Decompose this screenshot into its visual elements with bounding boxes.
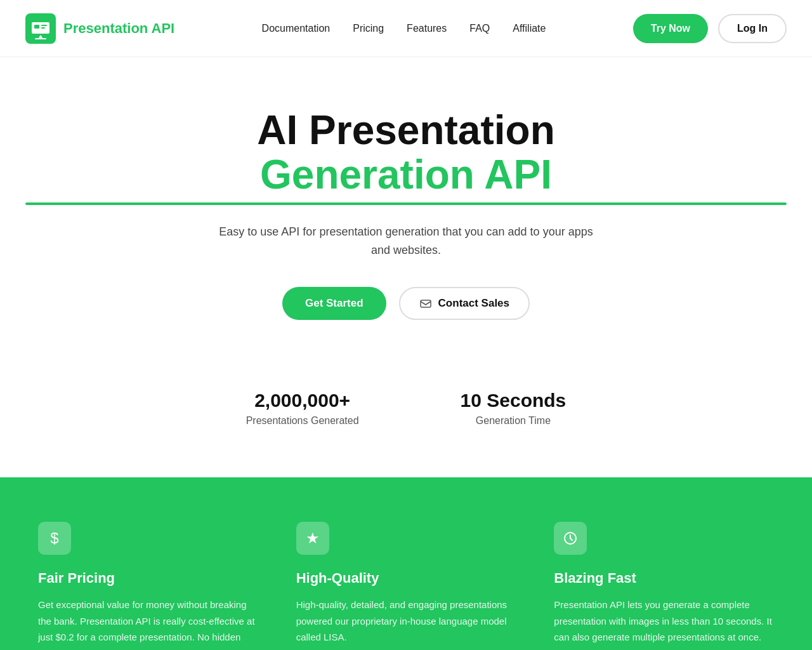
feature-fair-pricing-title: Fair Pricing [38,570,258,587]
try-now-button[interactable]: Try Now [633,14,708,43]
stat-presentations: 2,000,000+ Presentations Generated [246,390,359,427]
nav-links: Documentation Pricing Features FAQ Affil… [262,23,546,34]
feature-blazing-fast: Blazing Fast Presentation API lets you g… [554,522,774,650]
nav-faq[interactable]: FAQ [469,23,490,34]
nav-documentation[interactable]: Documentation [262,23,331,34]
nav-features[interactable]: Features [407,23,447,34]
stat-presentations-number: 2,000,000+ [246,390,359,411]
star-icon: ★ [296,522,329,555]
svg-rect-7 [421,300,431,307]
features-section: $ Fair Pricing Get exceptional value for… [0,477,812,650]
stat-generation-time-number: 10 Seconds [461,390,566,411]
dollar-sign-icon: $ [38,522,71,555]
nav-pricing[interactable]: Pricing [353,23,384,34]
contact-sales-button[interactable]: Contact Sales [399,287,530,320]
feature-fair-pricing: $ Fair Pricing Get exceptional value for… [38,522,258,650]
nav-affiliate[interactable]: Affiliate [513,23,546,34]
hero-title-line1: AI Presentation [25,108,787,152]
feature-high-quality-title: High-Quality [296,570,516,587]
get-started-button[interactable]: Get Started [282,287,386,320]
feature-high-quality: ★ High-Quality High-quality, detailed, a… [296,522,516,650]
svg-rect-4 [41,27,45,29]
logo-icon [25,13,56,44]
logo[interactable]: Presentation API [25,13,174,44]
hero-subtitle: Easy to use API for presentation generat… [209,223,603,260]
stat-generation-time-label: Generation Time [461,415,566,427]
stats-section: 2,000,000+ Presentations Generated 10 Se… [0,358,812,477]
hero-title-line2: Generation API [25,152,787,204]
feature-high-quality-desc: High-quality, detailed, and engaging pre… [296,597,516,646]
clock-icon [554,522,587,555]
hero-buttons: Get Started Contact Sales [25,287,787,320]
feature-fair-pricing-desc: Get exceptional value for money without … [38,597,258,650]
stat-presentations-label: Presentations Generated [246,415,359,427]
feature-blazing-fast-desc: Presentation API lets you generate a com… [554,597,774,646]
nav-actions: Try Now Log In [633,14,787,43]
svg-rect-3 [41,25,47,26]
hero-title: AI Presentation Generation API [25,108,787,205]
feature-blazing-fast-title: Blazing Fast [554,570,774,587]
login-button[interactable]: Log In [718,14,787,43]
stat-generation-time: 10 Seconds Generation Time [461,390,566,427]
navbar: Presentation API Documentation Pricing F… [0,0,812,57]
logo-text: Presentation API [63,20,174,37]
svg-rect-2 [34,25,39,29]
hero-section: AI Presentation Generation API Easy to u… [0,57,812,358]
mail-icon [419,297,432,310]
